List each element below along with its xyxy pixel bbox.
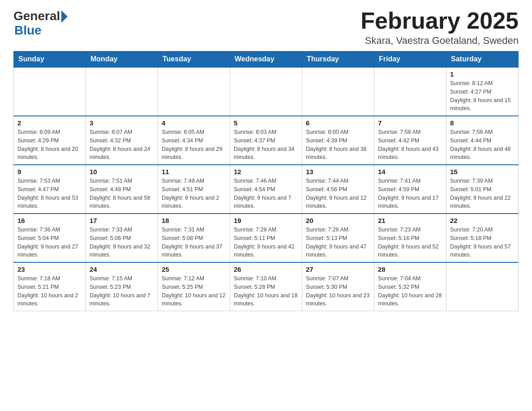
- location-text: Skara, Vaestra Goetaland, Sweden: [360, 35, 519, 47]
- header-cell-sunday: Sunday: [14, 51, 86, 68]
- day-number: 21: [378, 217, 442, 224]
- day-number: 17: [90, 217, 154, 224]
- header-cell-saturday: Saturday: [446, 51, 519, 68]
- day-number: 24: [90, 265, 154, 273]
- day-info: Sunrise: 7:20 AMSunset: 5:18 PMDaylight:…: [450, 227, 511, 258]
- calendar-cell: 14Sunrise: 7:41 AMSunset: 4:59 PMDayligh…: [374, 165, 446, 214]
- calendar-cell: 17Sunrise: 7:33 AMSunset: 5:06 PMDayligh…: [86, 214, 158, 262]
- day-number: 3: [90, 119, 154, 127]
- day-info: Sunrise: 8:00 AMSunset: 4:39 PMDaylight:…: [306, 129, 367, 160]
- week-row-4: 23Sunrise: 7:18 AMSunset: 5:21 PMDayligh…: [14, 262, 519, 311]
- day-number: 26: [234, 265, 298, 273]
- day-info: Sunrise: 7:15 AMSunset: 5:23 PMDaylight:…: [90, 275, 150, 307]
- calendar-cell: 9Sunrise: 7:53 AMSunset: 4:47 PMDaylight…: [14, 165, 86, 214]
- day-number: 14: [378, 168, 442, 176]
- calendar-cell: 2Sunrise: 8:09 AMSunset: 4:29 PMDaylight…: [14, 116, 86, 165]
- day-info: Sunrise: 7:31 AMSunset: 5:08 PMDaylight:…: [162, 227, 223, 258]
- day-info: Sunrise: 7:23 AMSunset: 5:16 PMDaylight:…: [378, 227, 439, 258]
- day-number: 25: [162, 265, 226, 273]
- week-row-3: 16Sunrise: 7:36 AMSunset: 5:04 PMDayligh…: [14, 214, 519, 262]
- day-info: Sunrise: 7:58 AMSunset: 4:42 PMDaylight:…: [378, 129, 439, 160]
- page-header: General Blue February 2025 Skara, Vaestr…: [13, 9, 519, 47]
- day-info: Sunrise: 7:39 AMSunset: 5:01 PMDaylight:…: [450, 178, 511, 209]
- day-number: 13: [306, 168, 370, 176]
- calendar-cell: [230, 67, 302, 116]
- calendar-cell: [446, 262, 519, 311]
- day-number: 18: [162, 217, 226, 224]
- calendar-cell: 15Sunrise: 7:39 AMSunset: 5:01 PMDayligh…: [446, 165, 519, 214]
- calendar-cell: 13Sunrise: 7:44 AMSunset: 4:56 PMDayligh…: [302, 165, 374, 214]
- logo-blue-text: Blue: [14, 23, 42, 38]
- calendar-cell: [374, 67, 446, 116]
- day-info: Sunrise: 8:03 AMSunset: 4:37 PMDaylight:…: [234, 129, 295, 160]
- calendar-cell: 26Sunrise: 7:10 AMSunset: 5:28 PMDayligh…: [230, 262, 302, 311]
- calendar-cell: 24Sunrise: 7:15 AMSunset: 5:23 PMDayligh…: [86, 262, 158, 311]
- day-info: Sunrise: 7:46 AMSunset: 4:54 PMDaylight:…: [234, 178, 292, 209]
- day-number: 27: [306, 265, 370, 273]
- day-number: 20: [306, 217, 370, 224]
- week-row-2: 9Sunrise: 7:53 AMSunset: 4:47 PMDaylight…: [14, 165, 519, 214]
- calendar-cell: [86, 67, 158, 116]
- day-info: Sunrise: 8:09 AMSunset: 4:29 PMDaylight:…: [17, 129, 78, 160]
- calendar-cell: 16Sunrise: 7:36 AMSunset: 5:04 PMDayligh…: [14, 214, 86, 262]
- day-number: 8: [450, 119, 515, 127]
- logo-general-text: General: [13, 9, 60, 23]
- calendar-cell: 18Sunrise: 7:31 AMSunset: 5:08 PMDayligh…: [158, 214, 230, 262]
- calendar-cell: 12Sunrise: 7:46 AMSunset: 4:54 PMDayligh…: [230, 165, 302, 214]
- day-number: 6: [306, 119, 370, 127]
- calendar-cell: [302, 67, 374, 116]
- calendar-cell: 8Sunrise: 7:56 AMSunset: 4:44 PMDaylight…: [446, 116, 519, 165]
- header-cell-friday: Friday: [374, 51, 446, 68]
- header-row: SundayMondayTuesdayWednesdayThursdayFrid…: [14, 51, 519, 68]
- title-area: February 2025 Skara, Vaestra Goetaland, …: [360, 9, 519, 47]
- calendar-cell: [14, 67, 86, 116]
- calendar-cell: 6Sunrise: 8:00 AMSunset: 4:39 PMDaylight…: [302, 116, 374, 165]
- calendar-cell: [158, 67, 230, 116]
- calendar-cell: 10Sunrise: 7:51 AMSunset: 4:49 PMDayligh…: [86, 165, 158, 214]
- calendar-cell: 22Sunrise: 7:20 AMSunset: 5:18 PMDayligh…: [446, 214, 519, 262]
- header-cell-tuesday: Tuesday: [158, 51, 230, 68]
- day-number: 28: [378, 265, 442, 273]
- header-cell-monday: Monday: [86, 51, 158, 68]
- calendar-cell: 23Sunrise: 7:18 AMSunset: 5:21 PMDayligh…: [14, 262, 86, 311]
- calendar-cell: 3Sunrise: 8:07 AMSunset: 4:32 PMDaylight…: [86, 116, 158, 165]
- calendar-header: SundayMondayTuesdayWednesdayThursdayFrid…: [14, 51, 519, 68]
- day-info: Sunrise: 7:04 AMSunset: 5:32 PMDaylight:…: [378, 275, 442, 307]
- day-number: 16: [17, 217, 82, 224]
- week-row-1: 2Sunrise: 8:09 AMSunset: 4:29 PMDaylight…: [14, 116, 519, 165]
- logo: General Blue: [13, 9, 68, 38]
- header-cell-wednesday: Wednesday: [230, 51, 302, 68]
- calendar-cell: 5Sunrise: 8:03 AMSunset: 4:37 PMDaylight…: [230, 116, 302, 165]
- day-info: Sunrise: 8:05 AMSunset: 4:34 PMDaylight:…: [162, 129, 223, 160]
- month-title: February 2025: [360, 9, 519, 32]
- day-info: Sunrise: 7:44 AMSunset: 4:56 PMDaylight:…: [306, 178, 367, 209]
- day-info: Sunrise: 7:41 AMSunset: 4:59 PMDaylight:…: [378, 178, 439, 209]
- calendar-cell: 19Sunrise: 7:28 AMSunset: 5:11 PMDayligh…: [230, 214, 302, 262]
- day-info: Sunrise: 8:07 AMSunset: 4:32 PMDaylight:…: [90, 129, 150, 160]
- logo-arrow-icon: [61, 10, 68, 23]
- day-info: Sunrise: 7:33 AMSunset: 5:06 PMDaylight:…: [90, 227, 150, 258]
- day-info: Sunrise: 7:18 AMSunset: 5:21 PMDaylight:…: [17, 275, 78, 307]
- calendar-cell: 25Sunrise: 7:12 AMSunset: 5:25 PMDayligh…: [158, 262, 230, 311]
- day-number: 7: [378, 119, 442, 127]
- day-number: 4: [162, 119, 226, 127]
- day-number: 15: [450, 168, 515, 176]
- header-cell-thursday: Thursday: [302, 51, 374, 68]
- calendar-cell: 20Sunrise: 7:26 AMSunset: 5:13 PMDayligh…: [302, 214, 374, 262]
- day-info: Sunrise: 7:07 AMSunset: 5:30 PMDaylight:…: [306, 275, 369, 307]
- calendar-cell: 21Sunrise: 7:23 AMSunset: 5:16 PMDayligh…: [374, 214, 446, 262]
- day-info: Sunrise: 7:10 AMSunset: 5:28 PMDaylight:…: [234, 275, 297, 307]
- calendar-cell: 11Sunrise: 7:49 AMSunset: 4:51 PMDayligh…: [158, 165, 230, 214]
- calendar-cell: 27Sunrise: 7:07 AMSunset: 5:30 PMDayligh…: [302, 262, 374, 311]
- day-number: 10: [90, 168, 154, 176]
- day-info: Sunrise: 7:49 AMSunset: 4:51 PMDaylight:…: [162, 178, 219, 209]
- calendar-table: SundayMondayTuesdayWednesdayThursdayFrid…: [13, 51, 519, 311]
- day-number: 19: [234, 217, 298, 224]
- day-number: 11: [162, 168, 226, 176]
- day-number: 22: [450, 217, 515, 224]
- calendar-cell: 1Sunrise: 8:12 AMSunset: 4:27 PMDaylight…: [446, 67, 519, 116]
- day-info: Sunrise: 7:12 AMSunset: 5:25 PMDaylight:…: [162, 275, 225, 307]
- calendar-body: 1Sunrise: 8:12 AMSunset: 4:27 PMDaylight…: [14, 67, 519, 311]
- calendar-cell: 4Sunrise: 8:05 AMSunset: 4:34 PMDaylight…: [158, 116, 230, 165]
- day-number: 9: [17, 168, 82, 176]
